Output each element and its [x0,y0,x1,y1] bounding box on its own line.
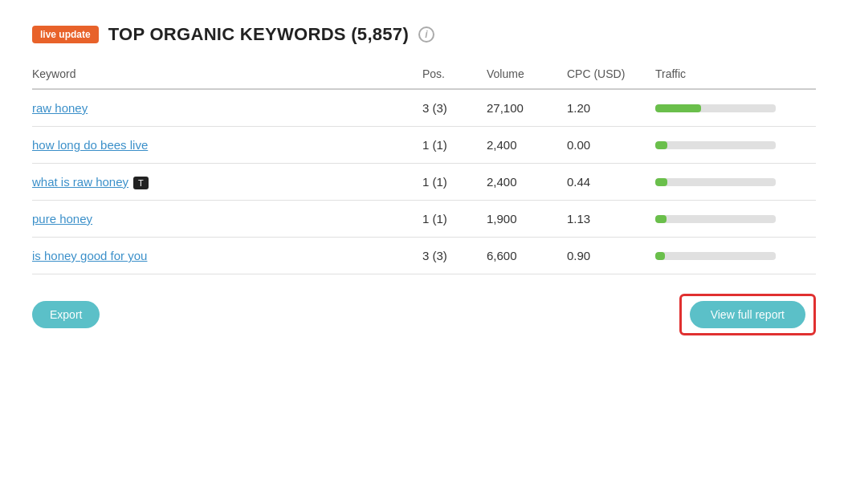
info-icon[interactable]: i [418,26,434,43]
col-header-cpc: CPC (USD) [567,67,655,89]
traffic-bar-background [655,215,776,223]
cpc-cell: 0.00 [567,127,655,164]
traffic-cell [655,201,816,238]
traffic-bar-container [655,104,784,112]
traffic-cell [655,238,816,274]
keyword-cell: what is raw honeyT [32,164,422,201]
table-row: how long do bees live1 (1)2,4000.00 [32,127,816,164]
view-report-button[interactable]: View full report [690,301,805,328]
view-report-highlight: View full report [679,294,816,335]
traffic-bar-container [655,178,784,186]
keyword-link[interactable]: raw honey [32,101,88,115]
export-button[interactable]: Export [32,301,100,328]
keyword-link[interactable]: is honey good for you [32,249,147,262]
keyword-link[interactable]: pure honey [32,212,92,226]
col-header-pos: Pos. [422,67,487,89]
keyword-link[interactable]: what is raw honey [32,175,128,189]
traffic-bar-background [655,178,776,186]
traffic-bar-background [655,141,776,149]
col-header-volume: Volume [487,67,567,89]
volume-cell: 2,400 [487,164,567,201]
volume-cell: 27,100 [487,89,567,127]
traffic-bar-fill [655,252,665,260]
traffic-bar-background [655,104,776,112]
section-footer: Export View full report [32,294,816,335]
pos-cell: 3 (3) [422,238,487,274]
volume-cell: 1,900 [487,201,567,238]
traffic-cell [655,164,816,201]
tooltip-badge: T [133,177,149,189]
keyword-link[interactable]: how long do bees live [32,138,148,152]
pos-cell: 1 (1) [422,164,487,201]
section-title: TOP ORGANIC KEYWORDS (5,857) [108,24,409,45]
traffic-cell [655,127,816,164]
traffic-bar-container [655,215,784,223]
traffic-bar-fill [655,215,667,223]
keyword-cell: raw honey [32,89,422,127]
traffic-bar-fill [655,178,667,186]
traffic-bar-background [655,252,776,260]
traffic-bar-container [655,252,784,260]
traffic-bar-fill [655,141,667,149]
keyword-cell: how long do bees live [32,127,422,164]
pos-cell: 3 (3) [422,89,487,127]
table-row: what is raw honeyT1 (1)2,4000.44 [32,164,816,201]
traffic-bar-fill [655,104,701,112]
section-header: live update TOP ORGANIC KEYWORDS (5,857)… [32,24,816,45]
table-row: raw honey3 (3)27,1001.20 [32,89,816,127]
live-badge: live update [32,26,99,43]
volume-cell: 6,600 [487,238,567,274]
table-row: is honey good for you3 (3)6,6000.90 [32,238,816,274]
traffic-bar-container [655,141,784,149]
volume-cell: 2,400 [487,127,567,164]
keywords-table: Keyword Pos. Volume CPC (USD) Traffic ra… [32,67,816,274]
table-header-row: Keyword Pos. Volume CPC (USD) Traffic [32,67,816,89]
cpc-cell: 1.20 [567,89,655,127]
col-header-keyword: Keyword [32,67,422,89]
keyword-cell: is honey good for you [32,238,422,274]
cpc-cell: 0.90 [567,238,655,274]
cpc-cell: 1.13 [567,201,655,238]
table-row: pure honey1 (1)1,9001.13 [32,201,816,238]
keyword-cell: pure honey [32,201,422,238]
traffic-cell [655,89,816,127]
col-header-traffic: Traffic [655,67,816,89]
pos-cell: 1 (1) [422,201,487,238]
pos-cell: 1 (1) [422,127,487,164]
cpc-cell: 0.44 [567,164,655,201]
